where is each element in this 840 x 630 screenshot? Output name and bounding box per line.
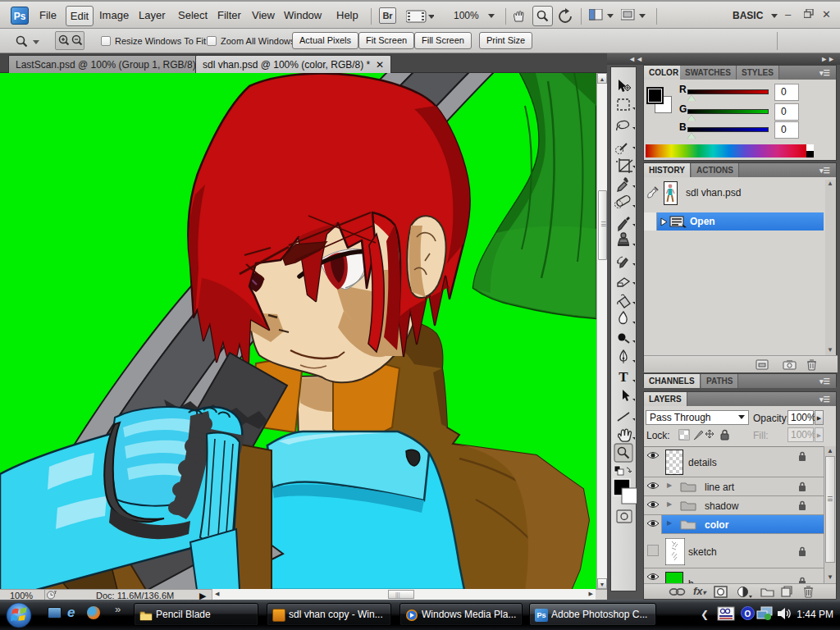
svg-text:T: T <box>619 369 628 385</box>
